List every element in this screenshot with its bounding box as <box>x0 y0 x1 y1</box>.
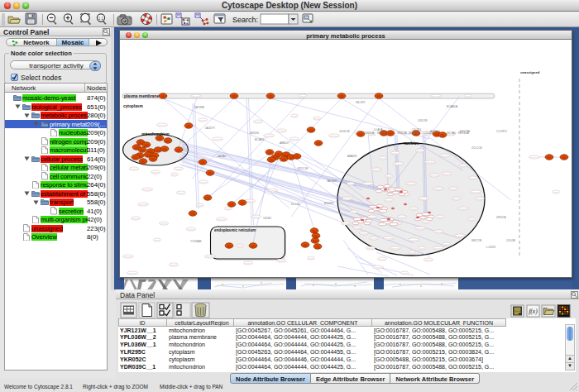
svg-text:B300R3: B300R3 <box>324 202 334 205</box>
svg-text:ABADR-: ABADR- <box>347 155 357 158</box>
svg-text:3AY2BR: 3AY2BR <box>327 179 337 183</box>
svg-text:2CLCCB: 2CLCCB <box>471 146 482 150</box>
svg-text:f(x): f(x) <box>529 308 538 315</box>
svg-text:ABB01Y: ABB01Y <box>280 141 290 145</box>
svg-text:L3DCRL: L3DCRL <box>418 119 428 122</box>
svg-text:BL3A23: BL3A23 <box>255 138 265 141</box>
svg-text:L-DR23: L-DR23 <box>486 246 495 249</box>
svg-text:unassigned: unassigned <box>520 70 540 74</box>
svg-text:endoplasmic reticulum: endoplasmic reticulum <box>214 228 256 232</box>
svg-text:0B3230: 0B3230 <box>250 131 259 135</box>
svg-text:DB-1RY: DB-1RY <box>356 101 366 104</box>
svg-text:12L03B: 12L03B <box>506 239 515 242</box>
svg-text:cytoplasm: cytoplasm <box>123 104 143 108</box>
svg-text:0A1DYY: 0A1DYY <box>205 127 216 130</box>
svg-text:3R0L0A: 3R0L0A <box>397 131 407 135</box>
svg-text:-0ADA0: -0ADA0 <box>217 155 226 158</box>
svg-text:2R201B: 2R201B <box>409 131 419 135</box>
svg-text:CC1RY3: CC1RY3 <box>496 130 507 133</box>
svg-text:mitochondrion: mitochondrion <box>141 132 170 136</box>
svg-text:plasma membrane: plasma membrane <box>124 94 159 98</box>
svg-text:nucleus: nucleus <box>404 141 419 146</box>
svg-text:2R322A: 2R322A <box>496 216 506 219</box>
svg-text:20R2CA: 20R2CA <box>364 131 375 135</box>
svg-text:1C-YAC: 1C-YAC <box>447 131 457 135</box>
svg-text:1:1: 1:1 <box>98 17 104 21</box>
svg-text:BCAADA: BCAADA <box>447 105 458 108</box>
svg-text:2AY3RB: 2AY3RB <box>194 106 204 109</box>
svg-text:13CB2-: 13CB2- <box>263 217 272 220</box>
svg-text:0B2CYB: 0B2CYB <box>471 239 481 242</box>
svg-text:D2-LRL: D2-LRL <box>291 203 300 206</box>
svg-text:RDL-Y3: RDL-Y3 <box>377 131 387 135</box>
svg-text:1D1DCB: 1D1DCB <box>339 130 350 133</box>
svg-text:LCL00Y: LCL00Y <box>423 131 433 135</box>
svg-text:RBYB1A: RBYB1A <box>458 131 469 135</box>
svg-text:YCDRAB: YCDRAB <box>190 240 201 243</box>
svg-text:Search:: Search: <box>232 16 258 24</box>
svg-text:R21C1B: R21C1B <box>298 167 308 170</box>
